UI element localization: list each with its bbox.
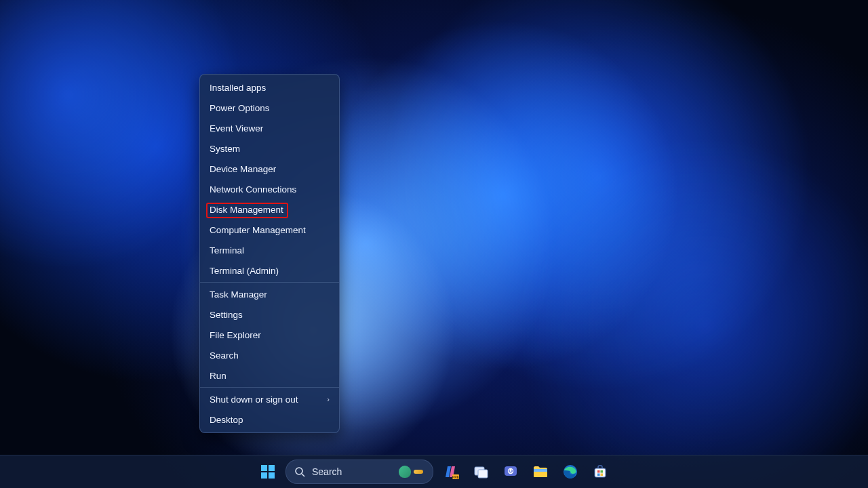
copilot-icon[interactable]: PRE: [439, 460, 463, 484]
search-placeholder: Search: [312, 466, 342, 477]
svg-point-12: [509, 470, 510, 471]
store-icon[interactable]: [588, 460, 612, 484]
menu-item-computer-management[interactable]: Computer Management: [200, 220, 339, 240]
menu-item-run[interactable]: Run: [200, 365, 339, 386]
menu-separator: [200, 387, 339, 388]
menu-item-terminal-admin[interactable]: Terminal (Admin): [200, 260, 339, 281]
menu-separator: [200, 282, 339, 283]
file-explorer-icon[interactable]: [528, 460, 553, 484]
search-icon: [294, 466, 305, 477]
menu-item-event-viewer[interactable]: Event Viewer: [200, 118, 339, 138]
desktop-wallpaper: [0, 0, 868, 488]
svg-rect-21: [601, 474, 604, 476]
menu-item-label: Shut down or sign out: [210, 394, 298, 405]
menu-item-label: System: [210, 144, 240, 154]
svg-rect-19: [601, 470, 604, 473]
taskbar: Search PRE: [0, 455, 868, 488]
menu-item-label: Desktop: [210, 415, 243, 425]
menu-item-power-options[interactable]: Power Options: [200, 98, 339, 118]
start-icon[interactable]: [256, 460, 280, 484]
menu-item-installed-apps[interactable]: Installed apps: [200, 77, 339, 98]
svg-rect-1: [269, 465, 275, 471]
task-view-icon[interactable]: [469, 460, 493, 484]
svg-text:PRE: PRE: [452, 475, 459, 479]
menu-item-search[interactable]: Search: [200, 345, 339, 365]
svg-rect-2: [261, 472, 267, 479]
menu-item-label: Terminal (Admin): [210, 266, 279, 276]
menu-item-task-manager[interactable]: Task Manager: [200, 284, 339, 304]
menu-item-network-connections[interactable]: Network Connections: [200, 179, 339, 199]
menu-item-label: Device Manager: [210, 164, 276, 174]
menu-item-label: Search: [210, 350, 239, 361]
menu-item-terminal[interactable]: Terminal: [200, 240, 339, 260]
taskbar-search-box[interactable]: Search: [285, 460, 433, 484]
menu-item-label: Disk Management: [210, 205, 283, 215]
svg-rect-15: [534, 469, 547, 472]
winx-context-menu[interactable]: Installed appsPower OptionsEvent ViewerS…: [199, 74, 340, 433]
menu-item-label: Event Viewer: [210, 123, 263, 134]
search-extras: [399, 466, 423, 478]
svg-rect-17: [595, 468, 606, 477]
svg-line-5: [302, 474, 304, 476]
menu-item-label: Computer Management: [210, 225, 306, 235]
menu-item-device-manager[interactable]: Device Manager: [200, 159, 339, 179]
menu-item-label: File Explorer: [210, 330, 261, 340]
svg-point-4: [296, 468, 302, 474]
menu-item-label: Installed apps: [210, 83, 266, 93]
menu-item-label: Run: [210, 371, 226, 381]
svg-rect-20: [597, 474, 600, 476]
menu-item-label: Settings: [210, 310, 243, 320]
svg-point-13: [511, 470, 513, 471]
edge-icon[interactable]: [558, 460, 583, 484]
chevron-right-icon: ›: [327, 395, 330, 403]
menu-item-shut-down-or-sign-out[interactable]: Shut down or sign out›: [200, 389, 339, 409]
chat-icon[interactable]: [498, 460, 523, 484]
menu-item-label: Network Connections: [210, 184, 296, 195]
svg-rect-18: [597, 470, 600, 473]
menu-item-desktop[interactable]: Desktop: [200, 409, 339, 430]
svg-rect-9: [478, 470, 488, 478]
menu-item-file-explorer[interactable]: File Explorer: [200, 325, 339, 345]
svg-rect-3: [269, 472, 275, 479]
svg-rect-0: [261, 465, 267, 471]
menu-item-label: Terminal: [210, 245, 244, 256]
menu-item-label: Task Manager: [210, 289, 267, 300]
menu-item-disk-management[interactable]: Disk Management: [200, 199, 339, 220]
menu-item-label: Power Options: [210, 103, 270, 113]
menu-item-settings[interactable]: Settings: [200, 304, 339, 325]
menu-item-system[interactable]: System: [200, 138, 339, 159]
